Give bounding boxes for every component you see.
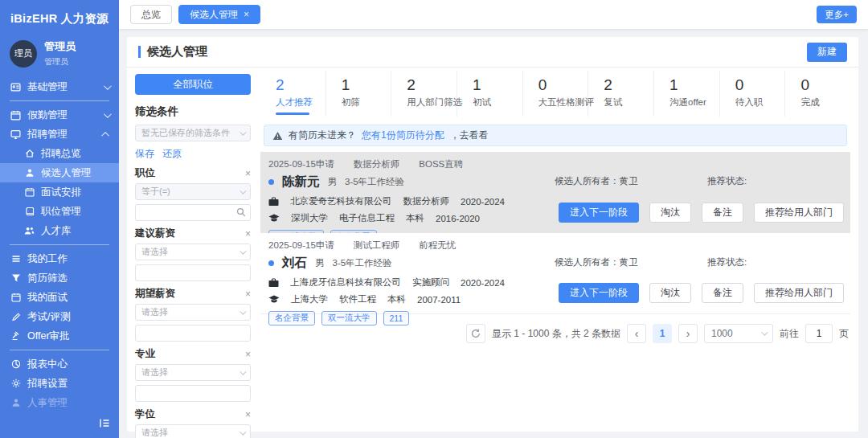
candidate-card[interactable]: 2025-09-15申请 数据分析师 BOSS直聘 陈新元 男 3-5年工作经验… <box>260 152 850 233</box>
stage-label: 初筛 <box>342 96 391 108</box>
select-placeholder: 请选择 <box>141 306 168 318</box>
sidebar-item-report-center[interactable]: 报表中心 <box>0 354 119 374</box>
position-operator-select[interactable]: 等于(=) <box>135 183 251 200</box>
reset-filter-link[interactable]: 还原 <box>162 147 182 161</box>
next-stage-button[interactable]: 进入下一阶段 <box>559 203 639 223</box>
tab-candidate-management[interactable]: 候选人管理 × <box>178 5 260 24</box>
sidebar-item-recruit-management[interactable]: 招聘管理 <box>0 125 119 144</box>
alert-link[interactable]: 您有1份简历待分配 <box>362 129 444 142</box>
remark-button[interactable]: 备注 <box>702 283 743 303</box>
major-select[interactable]: 请选择 <box>135 364 251 381</box>
sidebar-item-label: 考试/评测 <box>27 310 70 324</box>
more-button[interactable]: 更多+ <box>817 6 857 23</box>
briefcase-icon <box>268 278 279 288</box>
remove-filter-icon[interactable]: × <box>245 350 251 359</box>
degree: 本科 <box>406 212 424 224</box>
prev-page-button[interactable]: ‹ <box>627 324 646 343</box>
page-size-select[interactable]: 1000 <box>704 324 773 343</box>
sidebar-item-base-management[interactable]: 基础管理 <box>0 77 119 96</box>
calendar-icon <box>10 293 21 303</box>
chevron-down-icon <box>240 129 246 135</box>
position-search-input[interactable] <box>135 204 251 221</box>
stage-personality-test[interactable]: 0 大五性格测评 <box>523 71 589 117</box>
candidate-tag: 211 <box>383 311 410 325</box>
sidebar-item-exams-assessments[interactable]: 考试/评测 <box>0 307 119 326</box>
sidebar-item-hr-management[interactable]: 人事管理 <box>0 393 119 412</box>
remark-button[interactable]: 备注 <box>702 203 743 223</box>
stage-count: 2 <box>276 76 326 94</box>
remove-filter-icon[interactable]: × <box>245 289 251 299</box>
sidebar-item-recruit-overview[interactable]: 招聘总览 <box>0 144 119 163</box>
expected-salary-select[interactable]: 请选择 <box>135 304 251 321</box>
sidebar-item-resume-screening[interactable]: 简历筛选 <box>0 268 119 288</box>
sidebar-item-my-interviews[interactable]: 我的面试 <box>0 288 119 307</box>
candidate-meta: 2025-09-15申请 数据分析师 BOSS直聘 <box>268 158 842 170</box>
pie-chart-icon <box>10 359 21 370</box>
sidebar-item-label: 候选人管理 <box>41 166 92 180</box>
tab-overview[interactable]: 总览 <box>130 5 172 24</box>
recommend-to-dept-button[interactable]: 推荐给用人部门 <box>754 283 844 303</box>
remove-filter-icon[interactable]: × <box>245 410 251 420</box>
person-icon <box>24 168 35 178</box>
sidebar-item-label: 简历筛选 <box>27 272 68 285</box>
degree-select[interactable]: 请选择 <box>135 424 251 438</box>
unread-dot-icon <box>268 179 274 185</box>
expected-salary-input[interactable] <box>135 325 251 342</box>
next-stage-button[interactable]: 进入下一阶段 <box>559 283 639 303</box>
sidebar-item-attendance-management[interactable]: 假勤管理 <box>0 105 119 125</box>
next-page-button[interactable]: › <box>678 324 698 343</box>
eliminate-button[interactable]: 淘汰 <box>649 283 691 303</box>
all-positions-button[interactable]: 全部职位 <box>135 74 251 95</box>
recommend-to-dept-button[interactable]: 推荐给用人部门 <box>754 203 844 223</box>
sidebar-item-label: 人才库 <box>41 224 72 238</box>
stage-completed[interactable]: 0 完成 <box>785 71 850 117</box>
tab-bar: 总览 候选人管理 × 更多+ <box>119 0 868 29</box>
saved-filters-select[interactable]: 暂无已保存的筛选条件 <box>135 125 251 141</box>
stage-count: 2 <box>604 76 653 94</box>
sidebar-item-label: 人事管理 <box>27 396 68 410</box>
suggested-salary-input[interactable] <box>135 264 251 281</box>
stage-offer-communication[interactable]: 1 沟通offer <box>654 71 720 117</box>
save-filter-link[interactable]: 保存 <box>135 147 154 161</box>
avatar: 理员 <box>10 40 37 68</box>
close-icon[interactable]: × <box>244 10 249 19</box>
candidate-card[interactable]: 2025-09-15申请 测试工程师 前程无忧 刘石 男 3-5年工作经验 上海… <box>260 233 850 314</box>
sidebar-item-candidate-management[interactable]: 候选人管理 <box>0 163 119 182</box>
filter-label-degree: 学位 <box>135 407 155 421</box>
sidebar-item-my-work[interactable]: 我的工作 <box>0 249 119 268</box>
filter-links: 保存 还原 <box>135 147 251 161</box>
work-years: 2020-2024 <box>461 197 505 207</box>
candidate-name[interactable]: 刘石 <box>282 255 307 272</box>
current-page-button[interactable]: 1 <box>653 324 672 343</box>
candidate-name[interactable]: 陈新元 <box>282 174 320 190</box>
stage-label: 沟通offer <box>669 96 719 108</box>
eliminate-button[interactable]: 淘汰 <box>649 203 691 223</box>
stage-first-interview[interactable]: 1 初试 <box>457 71 523 117</box>
select-placeholder: 请选择 <box>141 427 168 438</box>
suggested-salary-select[interactable]: 请选择 <box>135 244 251 260</box>
stage-talent-recommend[interactable]: 2 人才推荐 <box>260 71 326 117</box>
filter-label-suggested-salary: 建议薪资 <box>135 227 175 240</box>
user-profile[interactable]: 理员 管理员 管理员 <box>10 39 119 68</box>
stage-second-interview[interactable]: 2 复试 <box>588 71 654 117</box>
candidate-gender: 男 <box>328 176 338 188</box>
candidate-owner: 候选人所有者：黄卫 <box>555 175 638 187</box>
sidebar-item-recruit-settings[interactable]: 招聘设置 <box>0 374 119 393</box>
remove-filter-icon[interactable]: × <box>245 169 251 178</box>
stage-initial-screening[interactable]: 1 初筛 <box>326 71 392 117</box>
new-button[interactable]: 新建 <box>807 43 847 62</box>
sidebar-collapse-icon[interactable] <box>99 417 110 432</box>
remove-filter-icon[interactable]: × <box>245 229 251 239</box>
page-size-value: 1000 <box>711 328 733 339</box>
active-stage-underline <box>276 113 309 115</box>
chevron-down-icon <box>240 308 246 314</box>
major-input[interactable] <box>135 385 251 402</box>
stage-pending-onboard[interactable]: 0 待入职 <box>720 71 786 117</box>
sidebar-item-interview-schedule[interactable]: 面试安排 <box>0 182 119 202</box>
sidebar-item-talent-pool[interactable]: 人才库 <box>0 221 119 240</box>
goto-page-input[interactable] <box>805 324 833 343</box>
sidebar-item-position-management[interactable]: 职位管理 <box>0 202 119 221</box>
refresh-button[interactable] <box>466 324 485 343</box>
stage-dept-screening[interactable]: 2 用人部门筛选 <box>391 71 457 117</box>
sidebar-item-offer-approval[interactable]: Offer审批 <box>0 326 119 346</box>
